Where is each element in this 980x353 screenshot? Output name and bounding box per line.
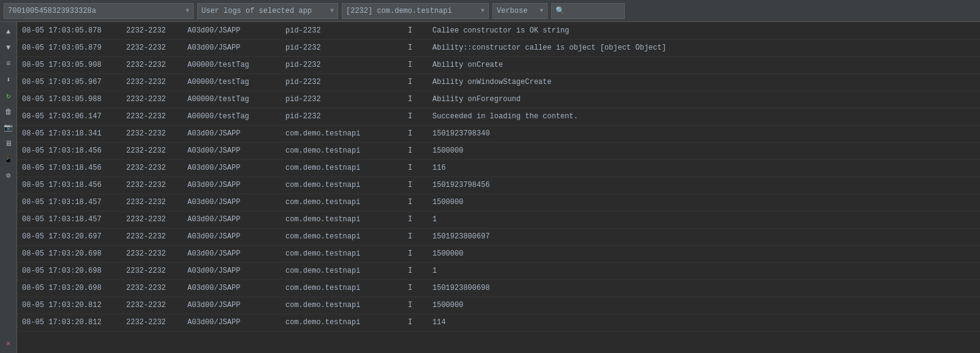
log-pid: 2232-2232 xyxy=(121,125,183,142)
sidebar-btn-scroll-top[interactable]: ▲ xyxy=(1,25,16,39)
table-row[interactable]: 08-05 17:03:20.698 2232-2232 A03d00/JSAP… xyxy=(17,262,980,279)
log-level: I xyxy=(403,279,428,297)
log-level: I xyxy=(403,159,428,176)
table-row[interactable]: 08-05 17:03:20.698 2232-2232 A03d00/JSAP… xyxy=(17,279,980,297)
log-msg: Ability onWindowStageCreate xyxy=(428,74,980,91)
device-chevron-icon: ▼ xyxy=(186,7,189,14)
sidebar-btn-close[interactable]: ✕ xyxy=(1,336,16,351)
log-tag: A03d00/JSAPP xyxy=(183,228,281,245)
log-date: 08-05 17:03:06.147 xyxy=(17,108,121,125)
log-level: I xyxy=(403,125,428,142)
log-level: I xyxy=(403,142,428,159)
log-tag: A03d00/JSAPP xyxy=(183,125,281,142)
log-date: 08-05 17:03:18.456 xyxy=(17,142,121,159)
log-type-select[interactable]: User logs of selected app ▼ xyxy=(197,3,338,19)
log-level: I xyxy=(403,297,428,314)
log-pkg: com.demo.testnapi xyxy=(281,279,403,297)
sidebar-btn-delete[interactable]: 🗑 xyxy=(1,104,16,119)
sidebar-btn-phone[interactable]: 📱 xyxy=(1,152,16,167)
table-row[interactable]: 08-05 17:03:18.457 2232-2232 A03d00/JSAP… xyxy=(17,194,980,211)
log-date: 08-05 17:03:20.698 xyxy=(17,262,121,279)
table-row[interactable]: 08-05 17:03:05.879 2232-2232 A03d00/JSAP… xyxy=(17,39,980,56)
log-pid: 2232-2232 xyxy=(121,56,183,74)
table-row[interactable]: 08-05 17:03:05.967 2232-2232 A00000/test… xyxy=(17,74,980,91)
log-tag: A00000/testTag xyxy=(183,74,281,91)
log-msg: 1501923798456 xyxy=(428,176,980,194)
log-pid: 2232-2232 xyxy=(121,39,183,56)
log-tag: A03d00/JSAPP xyxy=(183,22,281,39)
log-tag: A03d00/JSAPP xyxy=(183,297,281,314)
log-pid: 2232-2232 xyxy=(121,211,183,228)
log-date: 08-05 17:03:05.908 xyxy=(17,56,121,74)
app-select-text: [2232] com.demo.testnapi xyxy=(346,7,478,15)
log-date: 08-05 17:03:18.456 xyxy=(17,176,121,194)
log-table-body: 08-05 17:03:05.878 2232-2232 A03d00/JSAP… xyxy=(17,22,980,331)
log-level: I xyxy=(403,56,428,74)
sidebar-btn-settings[interactable]: ⚙ xyxy=(1,168,16,183)
log-pid: 2232-2232 xyxy=(121,262,183,279)
device-select-text: 7001005458323933328a xyxy=(8,7,183,15)
search-input[interactable] xyxy=(567,7,620,15)
sidebar-btn-device[interactable]: 🖥 xyxy=(1,136,16,151)
log-date: 08-05 17:03:18.457 xyxy=(17,194,121,211)
log-content[interactable]: 08-05 17:03:05.878 2232-2232 A03d00/JSAP… xyxy=(17,22,980,353)
sidebar-btn-screenshot[interactable]: 📷 xyxy=(1,120,16,135)
log-level: I xyxy=(403,91,428,108)
table-row[interactable]: 08-05 17:03:06.147 2232-2232 A00000/test… xyxy=(17,108,980,125)
log-tag: A03d00/JSAPP xyxy=(183,176,281,194)
log-tag: A00000/testTag xyxy=(183,108,281,125)
log-pkg: com.demo.testnapi xyxy=(281,245,403,262)
log-type-select-text: User logs of selected app xyxy=(202,7,328,15)
log-tag: A03d00/JSAPP xyxy=(183,279,281,297)
log-pid: 2232-2232 xyxy=(121,91,183,108)
table-row[interactable]: 08-05 17:03:18.456 2232-2232 A03d00/JSAP… xyxy=(17,159,980,176)
log-msg: 1500000 xyxy=(428,194,980,211)
app-select[interactable]: [2232] com.demo.testnapi ▼ xyxy=(342,3,489,19)
table-row[interactable]: 08-05 17:03:20.812 2232-2232 A03d00/JSAP… xyxy=(17,314,980,331)
table-row[interactable]: 08-05 17:03:18.341 2232-2232 A03d00/JSAP… xyxy=(17,125,980,142)
log-msg: Succeeded in loading the content. xyxy=(428,108,980,125)
search-box[interactable]: 🔍 xyxy=(551,3,625,19)
table-row[interactable]: 08-05 17:03:05.988 2232-2232 A00000/test… xyxy=(17,91,980,108)
level-chevron-icon: ▼ xyxy=(540,7,543,14)
log-pkg: com.demo.testnapi xyxy=(281,176,403,194)
log-pkg: com.demo.testnapi xyxy=(281,314,403,331)
table-row[interactable]: 08-05 17:03:20.698 2232-2232 A03d00/JSAP… xyxy=(17,245,980,262)
log-pkg: pid-2232 xyxy=(281,91,403,108)
table-row[interactable]: 08-05 17:03:18.456 2232-2232 A03d00/JSAP… xyxy=(17,176,980,194)
log-pid: 2232-2232 xyxy=(121,245,183,262)
sidebar-btn-scroll-bottom[interactable]: ▼ xyxy=(1,40,16,55)
log-pid: 2232-2232 xyxy=(121,142,183,159)
log-date: 08-05 17:03:20.812 xyxy=(17,297,121,314)
log-date: 08-05 17:03:20.698 xyxy=(17,245,121,262)
table-row[interactable]: 08-05 17:03:05.878 2232-2232 A03d00/JSAP… xyxy=(17,22,980,39)
level-select[interactable]: Verbose ▼ xyxy=(492,3,548,19)
log-level: I xyxy=(403,194,428,211)
table-row[interactable]: 08-05 17:03:18.457 2232-2232 A03d00/JSAP… xyxy=(17,211,980,228)
log-msg: 1500000 xyxy=(428,142,980,159)
log-tag: A03d00/JSAPP xyxy=(183,159,281,176)
log-date: 08-05 17:03:20.697 xyxy=(17,228,121,245)
log-msg: 116 xyxy=(428,159,980,176)
log-date: 08-05 17:03:18.341 xyxy=(17,125,121,142)
log-msg: Callee constructor is OK string xyxy=(428,22,980,39)
table-row[interactable]: 08-05 17:03:05.908 2232-2232 A00000/test… xyxy=(17,56,980,74)
log-tag: A03d00/JSAPP xyxy=(183,142,281,159)
log-pid: 2232-2232 xyxy=(121,297,183,314)
app-chevron-icon: ▼ xyxy=(481,7,484,14)
table-row[interactable]: 08-05 17:03:20.697 2232-2232 A03d00/JSAP… xyxy=(17,228,980,245)
table-row[interactable]: 08-05 17:03:18.456 2232-2232 A03d00/JSAP… xyxy=(17,142,980,159)
log-pkg: pid-2232 xyxy=(281,22,403,39)
sidebar-btn-refresh[interactable]: ↻ xyxy=(1,88,16,103)
log-level: I xyxy=(403,314,428,331)
log-pid: 2232-2232 xyxy=(121,314,183,331)
device-select[interactable]: 7001005458323933328a ▼ xyxy=(4,3,194,19)
sidebar-btn-filter[interactable]: ≡ xyxy=(1,56,16,71)
log-pkg: pid-2232 xyxy=(281,39,403,56)
sidebar-btn-download[interactable]: ⬇ xyxy=(1,72,16,87)
search-icon: 🔍 xyxy=(556,6,565,15)
log-tag: A03d00/JSAPP xyxy=(183,39,281,56)
log-level: I xyxy=(403,245,428,262)
table-row[interactable]: 08-05 17:03:20.812 2232-2232 A03d00/JSAP… xyxy=(17,297,980,314)
log-pkg: com.demo.testnapi xyxy=(281,297,403,314)
